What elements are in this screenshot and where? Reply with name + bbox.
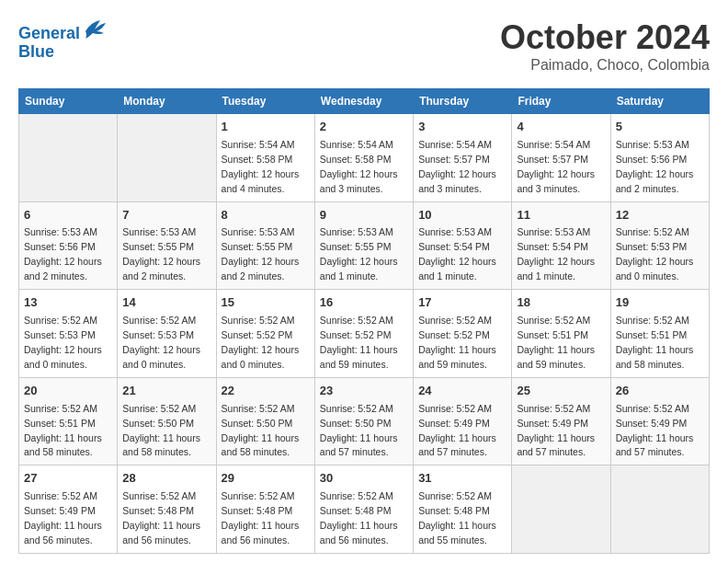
day-info: Sunrise: 5:52 AM Sunset: 5:49 PM Dayligh…: [24, 490, 102, 546]
calendar-week-1: 1Sunrise: 5:54 AM Sunset: 5:58 PM Daylig…: [19, 114, 710, 202]
day-number: 14: [122, 294, 210, 312]
day-number: 8: [222, 207, 310, 224]
day-info: Sunrise: 5:53 AM Sunset: 5:54 PM Dayligh…: [517, 226, 595, 282]
calendar-cell: 8Sunrise: 5:53 AM Sunset: 5:55 PM Daylig…: [216, 201, 314, 290]
day-info: Sunrise: 5:54 AM Sunset: 5:57 PM Dayligh…: [418, 139, 496, 194]
day-number: 5: [616, 119, 704, 136]
calendar-cell: 11Sunrise: 5:53 AM Sunset: 5:54 PM Dayli…: [512, 201, 610, 290]
calendar-cell: 6Sunrise: 5:53 AM Sunset: 5:56 PM Daylig…: [19, 201, 118, 290]
day-number: 11: [517, 207, 605, 224]
day-info: Sunrise: 5:52 AM Sunset: 5:48 PM Dayligh…: [418, 490, 496, 546]
calendar-cell: 24Sunrise: 5:52 AM Sunset: 5:49 PM Dayli…: [414, 377, 512, 465]
calendar-cell: 15Sunrise: 5:52 AM Sunset: 5:52 PM Dayli…: [216, 290, 314, 378]
title-block: October 2024 Paimado, Choco, Colombia: [500, 18, 710, 74]
calendar-cell: 22Sunrise: 5:52 AM Sunset: 5:50 PM Dayli…: [216, 377, 314, 465]
day-number: 29: [222, 470, 310, 488]
day-info: Sunrise: 5:52 AM Sunset: 5:52 PM Dayligh…: [418, 315, 496, 370]
day-info: Sunrise: 5:53 AM Sunset: 5:55 PM Dayligh…: [320, 226, 398, 282]
calendar-cell: 18Sunrise: 5:52 AM Sunset: 5:51 PM Dayli…: [512, 290, 610, 378]
day-info: Sunrise: 5:53 AM Sunset: 5:54 PM Dayligh…: [418, 226, 496, 282]
day-info: Sunrise: 5:52 AM Sunset: 5:48 PM Dayligh…: [222, 490, 300, 546]
day-info: Sunrise: 5:54 AM Sunset: 5:57 PM Dayligh…: [517, 139, 595, 194]
day-number: 26: [616, 383, 704, 400]
header-day-friday: Friday: [512, 89, 610, 114]
day-number: 22: [222, 383, 310, 400]
calendar-cell: 13Sunrise: 5:52 AM Sunset: 5:53 PM Dayli…: [19, 290, 118, 378]
day-number: 24: [418, 383, 506, 400]
day-number: 6: [24, 207, 112, 224]
calendar-header-row: SundayMondayTuesdayWednesdayThursdayFrid…: [19, 89, 710, 114]
logo-text: General Blue: [18, 18, 108, 62]
day-info: Sunrise: 5:52 AM Sunset: 5:51 PM Dayligh…: [616, 315, 694, 370]
day-info: Sunrise: 5:53 AM Sunset: 5:56 PM Dayligh…: [616, 139, 694, 194]
day-number: 4: [517, 119, 605, 136]
day-number: 13: [24, 294, 112, 312]
calendar-cell: 21Sunrise: 5:52 AM Sunset: 5:50 PM Dayli…: [118, 377, 216, 465]
calendar-cell: 28Sunrise: 5:52 AM Sunset: 5:48 PM Dayli…: [118, 465, 216, 554]
calendar-cell: 1Sunrise: 5:54 AM Sunset: 5:58 PM Daylig…: [216, 114, 314, 202]
day-number: 2: [320, 119, 408, 136]
day-number: 3: [418, 119, 506, 136]
day-number: 17: [418, 294, 506, 312]
day-number: 19: [616, 294, 704, 312]
day-number: 27: [24, 470, 112, 488]
calendar-cell: 25Sunrise: 5:52 AM Sunset: 5:49 PM Dayli…: [512, 377, 610, 465]
day-number: 1: [222, 119, 310, 136]
logo-blue: Blue: [18, 42, 54, 61]
calendar-cell: 4Sunrise: 5:54 AM Sunset: 5:57 PM Daylig…: [512, 114, 610, 202]
calendar-cell: 29Sunrise: 5:52 AM Sunset: 5:48 PM Dayli…: [216, 465, 314, 554]
day-info: Sunrise: 5:52 AM Sunset: 5:49 PM Dayligh…: [418, 403, 496, 458]
calendar-cell: [512, 465, 610, 554]
day-number: 7: [122, 207, 210, 224]
day-info: Sunrise: 5:53 AM Sunset: 5:55 PM Dayligh…: [222, 226, 300, 282]
header-day-monday: Monday: [118, 89, 216, 114]
header-day-sunday: Sunday: [19, 89, 118, 114]
day-info: Sunrise: 5:52 AM Sunset: 5:53 PM Dayligh…: [122, 315, 200, 370]
calendar-body: 1Sunrise: 5:54 AM Sunset: 5:58 PM Daylig…: [19, 114, 710, 554]
calendar-cell: 10Sunrise: 5:53 AM Sunset: 5:54 PM Dayli…: [414, 201, 512, 290]
day-number: 23: [320, 383, 408, 400]
logo: General Blue: [18, 18, 108, 62]
day-info: Sunrise: 5:52 AM Sunset: 5:49 PM Dayligh…: [616, 403, 694, 458]
day-number: 10: [418, 207, 506, 224]
calendar-cell: [19, 114, 118, 202]
page-header: General Blue October 2024 Paimado, Choco…: [18, 18, 710, 74]
day-number: 30: [320, 470, 408, 488]
day-info: Sunrise: 5:52 AM Sunset: 5:51 PM Dayligh…: [24, 403, 102, 458]
day-number: 21: [122, 383, 210, 400]
calendar-cell: 20Sunrise: 5:52 AM Sunset: 5:51 PM Dayli…: [19, 377, 118, 465]
logo-general: General: [18, 24, 80, 42]
calendar-week-5: 27Sunrise: 5:52 AM Sunset: 5:49 PM Dayli…: [19, 465, 710, 554]
day-info: Sunrise: 5:52 AM Sunset: 5:50 PM Dayligh…: [122, 403, 200, 458]
calendar-week-4: 20Sunrise: 5:52 AM Sunset: 5:51 PM Dayli…: [19, 377, 710, 465]
calendar-week-2: 6Sunrise: 5:53 AM Sunset: 5:56 PM Daylig…: [19, 201, 710, 290]
day-number: 18: [517, 294, 605, 312]
day-info: Sunrise: 5:52 AM Sunset: 5:52 PM Dayligh…: [222, 315, 300, 370]
day-number: 31: [418, 470, 506, 488]
day-info: Sunrise: 5:52 AM Sunset: 5:49 PM Dayligh…: [517, 403, 595, 458]
day-number: 12: [616, 207, 704, 224]
logo-bird-icon: [82, 18, 108, 39]
header-day-tuesday: Tuesday: [216, 89, 314, 114]
header-day-thursday: Thursday: [414, 89, 512, 114]
calendar-cell: 5Sunrise: 5:53 AM Sunset: 5:56 PM Daylig…: [610, 114, 709, 202]
main-title: October 2024: [500, 18, 710, 57]
day-info: Sunrise: 5:52 AM Sunset: 5:48 PM Dayligh…: [320, 490, 398, 546]
calendar-cell: 12Sunrise: 5:52 AM Sunset: 5:53 PM Dayli…: [610, 201, 709, 290]
day-info: Sunrise: 5:52 AM Sunset: 5:50 PM Dayligh…: [320, 403, 398, 458]
calendar-cell: 26Sunrise: 5:52 AM Sunset: 5:49 PM Dayli…: [610, 377, 709, 465]
calendar-cell: 30Sunrise: 5:52 AM Sunset: 5:48 PM Dayli…: [314, 465, 413, 554]
day-info: Sunrise: 5:52 AM Sunset: 5:53 PM Dayligh…: [24, 315, 102, 370]
calendar-cell: 27Sunrise: 5:52 AM Sunset: 5:49 PM Dayli…: [19, 465, 118, 554]
header-day-wednesday: Wednesday: [314, 89, 413, 114]
calendar-cell: 2Sunrise: 5:54 AM Sunset: 5:58 PM Daylig…: [314, 114, 413, 202]
calendar-week-3: 13Sunrise: 5:52 AM Sunset: 5:53 PM Dayli…: [19, 290, 710, 378]
calendar-cell: 17Sunrise: 5:52 AM Sunset: 5:52 PM Dayli…: [414, 290, 512, 378]
day-number: 15: [222, 294, 310, 312]
day-info: Sunrise: 5:52 AM Sunset: 5:48 PM Dayligh…: [122, 490, 200, 546]
calendar-cell: 16Sunrise: 5:52 AM Sunset: 5:52 PM Dayli…: [314, 290, 413, 378]
calendar-cell: 31Sunrise: 5:52 AM Sunset: 5:48 PM Dayli…: [414, 465, 512, 554]
day-number: 16: [320, 294, 408, 312]
day-info: Sunrise: 5:52 AM Sunset: 5:50 PM Dayligh…: [222, 403, 300, 458]
day-number: 28: [122, 470, 210, 488]
